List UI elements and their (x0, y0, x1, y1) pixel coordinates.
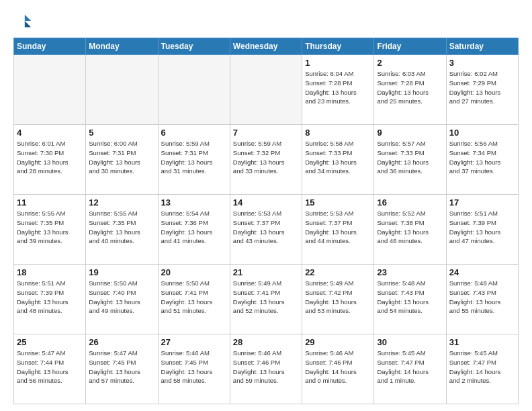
calendar-day-cell: 21Sunrise: 5:49 AMSunset: 7:41 PMDayligh… (230, 265, 302, 334)
calendar-day-cell: 28Sunrise: 5:46 AMSunset: 7:46 PMDayligh… (230, 334, 302, 404)
day-info: Sunrise: 6:00 AMSunset: 7:31 PMDaylight:… (89, 139, 154, 176)
calendar-day-cell: 30Sunrise: 5:45 AMSunset: 7:47 PMDayligh… (374, 334, 446, 404)
day-number: 4 (17, 128, 83, 138)
weekday-header: Tuesday (158, 38, 230, 55)
day-info: Sunrise: 5:53 AMSunset: 7:37 PMDaylight:… (305, 209, 371, 246)
svg-marker-0 (25, 15, 31, 21)
day-number: 9 (377, 128, 443, 138)
day-number: 21 (233, 267, 299, 277)
day-number: 20 (161, 267, 227, 277)
day-info: Sunrise: 5:46 AMSunset: 7:46 PMDaylight:… (305, 349, 371, 385)
day-number: 14 (233, 197, 299, 208)
day-number: 6 (161, 128, 227, 138)
day-info: Sunrise: 5:59 AMSunset: 7:32 PMDaylight:… (233, 139, 299, 176)
calendar-day-cell: 10Sunrise: 5:56 AMSunset: 7:34 PMDayligh… (446, 125, 518, 195)
calendar-day-cell: 13Sunrise: 5:54 AMSunset: 7:36 PMDayligh… (158, 195, 230, 265)
day-number: 10 (449, 128, 515, 138)
day-info: Sunrise: 6:02 AMSunset: 7:29 PMDaylight:… (449, 69, 515, 106)
calendar-day-cell: 1Sunrise: 6:04 AMSunset: 7:28 PMDaylight… (302, 55, 374, 125)
day-number: 1 (305, 58, 371, 68)
calendar-day-cell: 2Sunrise: 6:03 AMSunset: 7:28 PMDaylight… (374, 55, 446, 125)
calendar-day-cell: 5Sunrise: 6:00 AMSunset: 7:31 PMDaylight… (86, 125, 158, 195)
day-info: Sunrise: 5:49 AMSunset: 7:42 PMDaylight:… (305, 279, 371, 316)
day-number: 29 (305, 337, 371, 347)
calendar-day-cell: 17Sunrise: 5:51 AMSunset: 7:39 PMDayligh… (446, 195, 518, 265)
day-info: Sunrise: 6:01 AMSunset: 7:30 PMDaylight:… (17, 139, 83, 176)
day-number: 3 (449, 58, 515, 68)
calendar-day-cell: 12Sunrise: 5:55 AMSunset: 7:35 PMDayligh… (86, 195, 158, 265)
day-info: Sunrise: 5:52 AMSunset: 7:38 PMDaylight:… (377, 209, 443, 246)
day-info: Sunrise: 5:56 AMSunset: 7:34 PMDaylight:… (449, 139, 515, 176)
calendar-day-cell: 26Sunrise: 5:47 AMSunset: 7:45 PMDayligh… (86, 334, 158, 404)
weekday-header: Saturday (446, 38, 518, 55)
day-info: Sunrise: 5:50 AMSunset: 7:41 PMDaylight:… (161, 279, 227, 316)
day-info: Sunrise: 5:50 AMSunset: 7:40 PMDaylight:… (89, 279, 154, 316)
day-info: Sunrise: 5:51 AMSunset: 7:39 PMDaylight:… (449, 209, 515, 246)
day-number: 7 (233, 128, 299, 138)
calendar-week-row: 1Sunrise: 6:04 AMSunset: 7:28 PMDaylight… (14, 55, 519, 125)
calendar-day-cell (14, 55, 86, 125)
logo (13, 12, 35, 31)
calendar-day-cell: 29Sunrise: 5:46 AMSunset: 7:46 PMDayligh… (302, 334, 374, 404)
calendar-day-cell (158, 55, 230, 125)
svg-marker-1 (25, 21, 31, 27)
day-number: 15 (305, 197, 371, 208)
calendar-day-cell: 9Sunrise: 5:57 AMSunset: 7:33 PMDaylight… (374, 125, 446, 195)
day-info: Sunrise: 5:48 AMSunset: 7:43 PMDaylight:… (449, 279, 515, 316)
calendar-day-cell: 25Sunrise: 5:47 AMSunset: 7:44 PMDayligh… (14, 334, 86, 404)
calendar-week-row: 11Sunrise: 5:55 AMSunset: 7:35 PMDayligh… (14, 195, 519, 265)
day-number: 8 (305, 128, 371, 138)
calendar-day-cell: 16Sunrise: 5:52 AMSunset: 7:38 PMDayligh… (374, 195, 446, 265)
day-info: Sunrise: 5:48 AMSunset: 7:43 PMDaylight:… (377, 279, 443, 316)
day-info: Sunrise: 5:47 AMSunset: 7:45 PMDaylight:… (89, 349, 154, 385)
day-info: Sunrise: 5:46 AMSunset: 7:45 PMDaylight:… (161, 349, 227, 385)
day-info: Sunrise: 5:51 AMSunset: 7:39 PMDaylight:… (17, 279, 83, 316)
calendar-day-cell: 8Sunrise: 5:58 AMSunset: 7:33 PMDaylight… (302, 125, 374, 195)
header (13, 12, 519, 31)
day-number: 31 (449, 337, 515, 347)
day-number: 16 (377, 197, 443, 208)
day-number: 30 (377, 337, 443, 347)
logo-icon (13, 12, 32, 31)
day-info: Sunrise: 5:55 AMSunset: 7:35 PMDaylight:… (17, 209, 83, 246)
day-info: Sunrise: 6:04 AMSunset: 7:28 PMDaylight:… (305, 69, 371, 106)
calendar-table: SundayMondayTuesdayWednesdayThursdayFrid… (13, 38, 519, 404)
calendar-week-row: 4Sunrise: 6:01 AMSunset: 7:30 PMDaylight… (14, 125, 519, 195)
calendar-week-row: 18Sunrise: 5:51 AMSunset: 7:39 PMDayligh… (14, 265, 519, 334)
calendar-day-cell: 7Sunrise: 5:59 AMSunset: 7:32 PMDaylight… (230, 125, 302, 195)
day-number: 23 (377, 267, 443, 277)
day-info: Sunrise: 5:55 AMSunset: 7:35 PMDaylight:… (89, 209, 154, 246)
calendar-day-cell: 6Sunrise: 5:59 AMSunset: 7:31 PMDaylight… (158, 125, 230, 195)
day-number: 25 (17, 337, 83, 347)
day-number: 27 (161, 337, 227, 347)
calendar-day-cell: 19Sunrise: 5:50 AMSunset: 7:40 PMDayligh… (86, 265, 158, 334)
day-info: Sunrise: 5:47 AMSunset: 7:44 PMDaylight:… (17, 349, 83, 385)
day-info: Sunrise: 5:53 AMSunset: 7:37 PMDaylight:… (233, 209, 299, 246)
day-info: Sunrise: 5:54 AMSunset: 7:36 PMDaylight:… (161, 209, 227, 246)
day-number: 28 (233, 337, 299, 347)
day-number: 22 (305, 267, 371, 277)
calendar-body: 1Sunrise: 6:04 AMSunset: 7:28 PMDaylight… (14, 55, 519, 404)
day-info: Sunrise: 5:59 AMSunset: 7:31 PMDaylight:… (161, 139, 227, 176)
calendar-day-cell: 14Sunrise: 5:53 AMSunset: 7:37 PMDayligh… (230, 195, 302, 265)
calendar-day-cell: 15Sunrise: 5:53 AMSunset: 7:37 PMDayligh… (302, 195, 374, 265)
day-info: Sunrise: 5:46 AMSunset: 7:46 PMDaylight:… (233, 349, 299, 385)
weekday-header: Monday (86, 38, 158, 55)
day-number: 18 (17, 267, 83, 277)
day-number: 13 (161, 197, 227, 208)
day-info: Sunrise: 5:45 AMSunset: 7:47 PMDaylight:… (449, 349, 515, 385)
day-number: 17 (449, 197, 515, 208)
weekday-header: Sunday (14, 38, 86, 55)
day-number: 26 (89, 337, 154, 347)
calendar-day-cell: 31Sunrise: 5:45 AMSunset: 7:47 PMDayligh… (446, 334, 518, 404)
calendar-day-cell: 20Sunrise: 5:50 AMSunset: 7:41 PMDayligh… (158, 265, 230, 334)
weekday-header: Wednesday (230, 38, 302, 55)
calendar-day-cell: 23Sunrise: 5:48 AMSunset: 7:43 PMDayligh… (374, 265, 446, 334)
calendar-day-cell: 18Sunrise: 5:51 AMSunset: 7:39 PMDayligh… (14, 265, 86, 334)
page: SundayMondayTuesdayWednesdayThursdayFrid… (0, 0, 532, 411)
day-number: 19 (89, 267, 154, 277)
weekday-header: Thursday (302, 38, 374, 55)
day-info: Sunrise: 5:57 AMSunset: 7:33 PMDaylight:… (377, 139, 443, 176)
calendar-day-cell: 3Sunrise: 6:02 AMSunset: 7:29 PMDaylight… (446, 55, 518, 125)
calendar-day-cell: 24Sunrise: 5:48 AMSunset: 7:43 PMDayligh… (446, 265, 518, 334)
